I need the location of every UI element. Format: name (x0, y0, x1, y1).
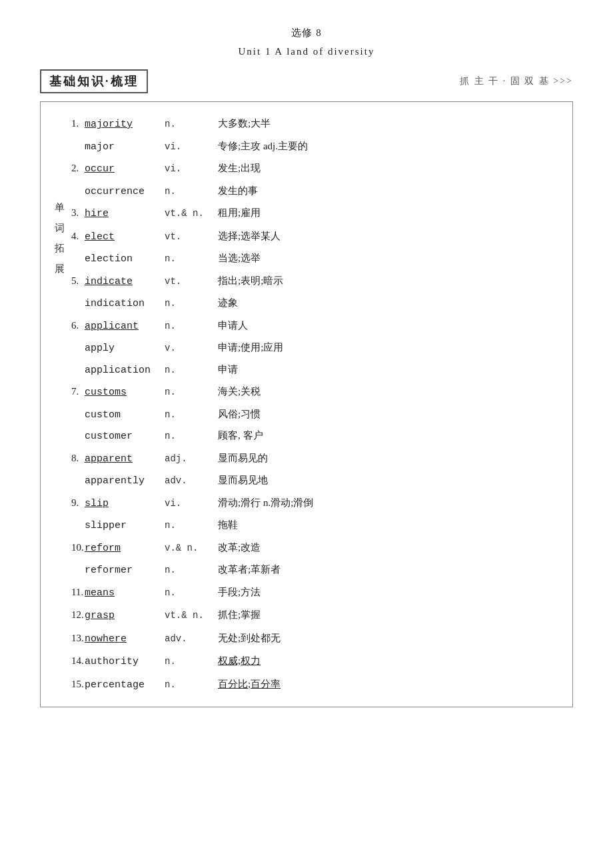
section-right: 抓 主 干 · 固 双 基 >>> (460, 75, 573, 87)
entry-9-sub-def: 拖鞋 (218, 515, 238, 535)
entry-12-pos: vt.& n. (165, 607, 218, 625)
entry-1-num: 1. (71, 114, 85, 133)
entry-13-word: nowhere (85, 630, 165, 649)
entry-8-sub-word: apparently (85, 472, 165, 491)
entry-11: 11. means n. 手段;方法 (71, 581, 566, 605)
entry-5-word: indicate (85, 273, 165, 292)
entry-14-def: 权威;权力 (218, 651, 261, 671)
entry-apply-word: apply (85, 339, 165, 359)
entry-application: application n. 申请 (71, 359, 566, 381)
entry-4-word: elect (85, 228, 165, 247)
entry-7-num: 7. (71, 382, 85, 401)
entry-5-def: 指出;表明;暗示 (218, 271, 283, 291)
side-dan-char: 单 (55, 197, 65, 219)
entry-12-num: 12. (71, 605, 85, 625)
entry-2-sub-word: occurrence (85, 183, 165, 202)
entry-7-def: 海关;关税 (218, 382, 261, 401)
entry-12-word: grasp (85, 607, 165, 626)
side-zhan: 展 (47, 258, 71, 279)
entry-apply-def: 申请;使用;应用 (218, 338, 283, 357)
entry-11-num: 11. (71, 583, 85, 602)
entry-5-sub: indication n. 迹象 (71, 293, 566, 315)
side-ci: 词 (47, 217, 71, 238)
entry-11-pos: n. (165, 584, 218, 602)
entry-9-pos: vi. (165, 495, 218, 513)
entry-14-pos: n. (165, 653, 218, 671)
entry-4-sub-pos: n. (165, 250, 218, 268)
entry-10-sub: reformer n. 改革者;革新者 (71, 559, 566, 581)
entry-1-pos: n. (165, 115, 218, 133)
entry-15: 15. percentage n. 百分比;百分率 (71, 673, 566, 697)
entry-7-word: customs (85, 383, 165, 403)
entry-4: 4. elect vt. 选择;选举某人 (71, 225, 566, 249)
entry-11-def: 手段;方法 (218, 583, 261, 602)
entry-4-def: 选择;选举某人 (218, 227, 281, 246)
entry-6-num: 6. (71, 316, 85, 335)
entry-2-word: occur (85, 160, 165, 179)
vocab-box: 单 词 拓 展 1. majority n. 大多数;大半 (40, 101, 573, 707)
entry-1-sub-def: 专修;主攻 adj.主要的 (218, 137, 308, 156)
entry-8-pos: adj. (165, 450, 218, 468)
entry-10-def: 改革;改造 (218, 538, 261, 557)
entry-3-word: hire (85, 205, 165, 224)
entry-2-def: 发生;出现 (218, 159, 261, 178)
entry-7-pos: n. (165, 383, 218, 401)
entry-10-pos: v.& n. (165, 539, 218, 557)
side-dan: 单 (47, 197, 71, 217)
entry-12: 12. grasp vt.& n. 抓住;掌握 (71, 604, 566, 627)
entry-3-def: 租用;雇用 (218, 203, 261, 223)
entry-8: 8. apparent adj. 显而易见的 (71, 447, 566, 471)
entry-application-word: application (85, 361, 165, 381)
entry-8-num: 8. (71, 449, 85, 468)
entry-5-sub-def: 迹象 (218, 293, 238, 313)
entry-13-pos: adv. (165, 630, 218, 648)
entry-1-sub: major vi. 专修;主攻 adj.主要的 (71, 136, 566, 158)
entry-application-pos: n. (165, 361, 218, 379)
side-zhan-char: 展 (55, 258, 65, 280)
entry-4-sub: election n. 当选;选举 (71, 248, 566, 270)
entry-custom-word: custom (85, 406, 165, 425)
entry-12-def: 抓住;掌握 (218, 605, 261, 625)
entry-10-sub-pos: n. (165, 561, 218, 579)
section-header: 基础知识·梳理 抓 主 干 · 固 双 基 >>> (40, 69, 573, 93)
entry-8-sub-pos: adv. (165, 472, 218, 490)
entry-2-sub-def: 发生的事 (218, 181, 258, 201)
entry-5-sub-pos: n. (165, 295, 218, 313)
entry-15-word: percentage (85, 676, 165, 695)
entry-1-sub-pos: vi. (165, 138, 218, 156)
entry-customer-word: customer (85, 427, 165, 447)
entry-10-sub-word: reformer (85, 561, 165, 581)
entry-15-pos: n. (165, 676, 218, 694)
entry-customer-def: 顾客, 客户 (218, 426, 263, 445)
entry-5: 5. indicate vt. 指出;表明;暗示 (71, 270, 566, 293)
entry-14-num: 14. (71, 651, 85, 671)
entry-custom-pos: n. (165, 406, 218, 424)
entry-2-sub: occurrence n. 发生的事 (71, 181, 566, 203)
entry-6: 6. applicant n. 申请人 (71, 315, 566, 338)
side-tuo-char: 拓 (55, 237, 65, 259)
entry-5-pos: vt. (165, 273, 218, 291)
entry-8-def: 显而易见的 (218, 449, 268, 468)
entry-7: 7. customs n. 海关;关税 (71, 381, 566, 404)
entry-10-sub-def: 改革者;革新者 (218, 560, 281, 579)
entry-8-word: apparent (85, 450, 165, 469)
entry-3-pos: vt.& n. (165, 205, 218, 223)
entry-5-sub-word: indication (85, 295, 165, 314)
entry-customer-pos: n. (165, 427, 218, 445)
entry-customer: customer n. 顾客, 客户 (71, 425, 566, 447)
entry-9: 9. slip vi. 滑动;滑行 n.滑动;滑倒 (71, 492, 566, 515)
entry-1-sub-word: major (85, 138, 165, 157)
entry-15-num: 15. (71, 675, 85, 694)
entry-10-word: reform (85, 539, 165, 559)
entry-10-num: 10. (71, 538, 85, 557)
page-title: 选修 8 (40, 27, 573, 39)
unit-title: Unit 1 A land of diversity (40, 46, 573, 57)
entry-9-def: 滑动;滑行 n.滑动;滑倒 (218, 493, 313, 513)
entry-1: 1. majority n. 大多数;大半 (71, 113, 566, 136)
entry-4-sub-word: election (85, 250, 165, 269)
entry-1-def: 大多数;大半 (218, 114, 271, 133)
entry-1-word: majority (85, 115, 165, 135)
entry-2-num: 2. (71, 159, 85, 178)
entry-10: 10. reform v.& n. 改革;改造 (71, 537, 566, 560)
entry-13: 13. nowhere adv. 无处;到处都无 (71, 627, 566, 651)
